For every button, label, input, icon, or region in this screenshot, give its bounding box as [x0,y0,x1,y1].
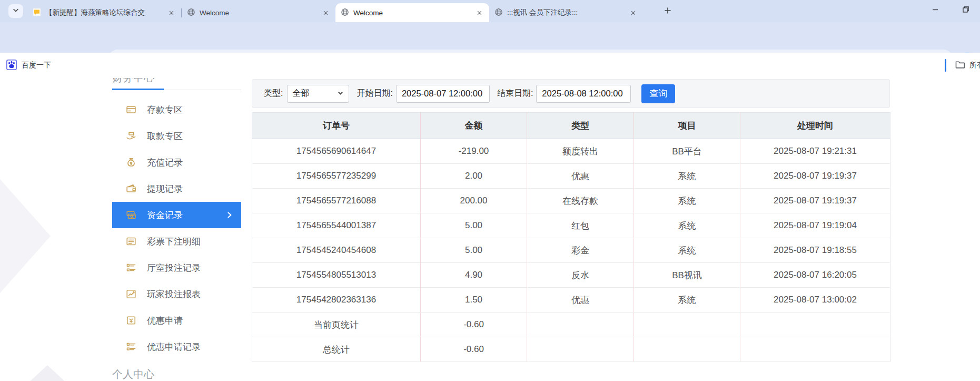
start-date-label: 开始日期: [357,88,392,99]
cell-project: 系统 [634,213,740,238]
funds-records-table: 订单号金额类型项目处理时间 1754565690614647-219.00额度转… [252,112,890,362]
sidebar-item-promo-apply[interactable]: 优惠申请 [112,307,241,334]
coupon-icon [126,315,136,326]
cell-process-time: 2025-08-07 19:21:31 [740,139,890,164]
column-header-amount: 金额 [421,113,527,139]
tab-title: 【新提醒】海燕策略论坛综合交 [45,8,162,17]
browser-tabs: 【新提醒】海燕策略论坛综合交WelcomeWelcome:::视讯 会员下注纪录… [27,3,643,22]
background-triangle-decoration [0,179,51,293]
query-button[interactable]: 查询 [641,84,675,103]
cell-amount: -0.60 [421,312,527,337]
table-header-row: 订单号金额类型项目处理时间 [252,113,890,139]
sidebar-item-label: 提现记录 [147,183,183,195]
cell-process-time: 2025-08-07 19:19:37 [740,189,890,213]
table-row: 1754565690614647-219.00额度转出BB平台2025-08-0… [252,139,890,164]
cell-order-no: 1754554805513013 [252,263,421,288]
sidebar-item-player-bet-report[interactable]: 玩家投注报表 [112,281,241,307]
cell-project: 系统 [634,164,740,189]
cell-order-no: 1754565544001387 [252,213,421,238]
sidebar-item-hall-bet-records[interactable]: 厅室投注记录 [112,255,241,281]
browser-tab-welcome-2[interactable]: Welcome [335,3,489,22]
sidebar-item-promo-apply-records[interactable]: 优惠申请记录 [112,334,241,360]
cell-process-time [740,312,890,337]
folder-icon[interactable] [955,59,965,72]
browser-tab-video-bets[interactable]: :::视讯 会员下注纪录::: [489,3,643,22]
bag-icon [126,157,136,168]
table-row: 17545452404546085.00彩金系统2025-08-07 19:18… [252,238,890,263]
type-label: 类型: [264,88,283,99]
tab-title: Welcome [200,9,316,17]
sidebar-section-personal-center: 个人中心 [112,367,241,381]
sidebar-item-label: 存款专区 [147,104,183,116]
restore-button[interactable] [956,3,975,18]
bookmarks-overflow: 所有 [945,59,980,72]
plus-icon [664,6,672,17]
cell-type: 优惠 [527,288,634,312]
bookmarks-bar: 百度一下 所有 [0,53,980,78]
cell-order-no: 1754542802363136 [252,288,421,312]
globe-favicon-icon [341,8,349,18]
tab-close-icon[interactable] [321,8,330,17]
column-header-order-no: 订单号 [252,113,421,139]
sidebar-item-lottery-bet-details[interactable]: 彩票下注明细 [112,228,241,255]
globe-favicon-icon [187,8,195,18]
summary-row-current-page: 当前页统计-0.60 [252,312,890,337]
tab-close-icon[interactable] [474,8,484,17]
browser-tab-welcome-1[interactable]: Welcome [182,3,335,22]
cell-project: 系统 [634,189,740,213]
sidebar-item-label: 彩票下注明细 [147,236,201,248]
browser-tab-forum[interactable]: 【新提醒】海燕策略论坛综合交 [27,3,181,22]
sidebar-item-label: 充值记录 [147,157,183,169]
cell-project [634,312,740,337]
sidebar: 财务中心 存款专区取款专区充值记录提现记录资金记录彩票下注明细厅室投注记录玩家投… [112,78,241,381]
restore-icon [962,5,970,16]
sidebar-item-withdraw-zone[interactable]: 取款专区 [112,123,241,149]
tab-search-button[interactable] [8,4,23,18]
column-header-project: 项目 [634,113,740,139]
chevron-down-icon [12,6,20,16]
sidebar-item-withdrawal-records[interactable]: 提现记录 [112,175,241,202]
page-content: 财务中心 存款专区取款专区充值记录提现记录资金记录彩票下注明细厅室投注记录玩家投… [0,78,980,381]
sidebar-item-deposit-zone[interactable]: 存款专区 [112,96,241,123]
cell-type [527,312,634,337]
cell-type: 额度转出 [527,139,634,164]
minimize-button[interactable] [926,3,945,18]
new-tab-button[interactable] [661,5,674,18]
cell-amount: -0.60 [421,337,527,362]
table-row: 1754565577216088200.00在线存款系统2025-08-07 1… [252,189,890,213]
summary-row-total: 总统计-0.60 [252,337,890,362]
listcard-icon [126,236,136,247]
filter-panel: 类型: 全部 开始日期: 结束日期: 查询 [252,79,890,108]
cell-amount: -219.00 [421,139,527,164]
cell-type: 在线存款 [527,189,634,213]
type-select[interactable]: 全部 [287,85,349,103]
tab-title: Welcome [353,9,470,17]
cell-amount: 200.00 [421,189,527,213]
main-content: 类型: 全部 开始日期: 结束日期: 查询 订单号金额类型项目处理时间 1754… [252,79,890,362]
cell-order-no: 1754545240454608 [252,238,421,263]
chart-icon [126,289,136,299]
background-triangle-decoration-bottom [0,365,116,381]
end-date-input[interactable] [536,85,631,103]
cell-order-no: 1754565577235299 [252,164,421,189]
cell-order-no: 总统计 [252,337,421,362]
cell-project: 系统 [634,238,740,263]
select-caret-icon [337,89,344,99]
listcheck-icon [126,262,136,273]
all-bookmarks-label[interactable]: 所有 [969,61,980,70]
wallet-icon [126,183,136,194]
baidu-paw-icon [6,60,17,72]
globe-favicon-icon [494,8,503,18]
cell-amount: 4.90 [421,263,527,288]
cell-amount: 5.00 [421,238,527,263]
tab-title: :::视讯 会员下注纪录::: [507,8,624,17]
cell-order-no: 1754565577216088 [252,189,421,213]
bookmark-baidu[interactable]: 百度一下 [6,59,51,72]
tab-close-icon[interactable] [166,8,176,17]
table-row: 17545655440013875.00红包系统2025-08-07 19:19… [252,213,890,238]
table-row: 17545548055130134.90反水BB视讯2025-08-07 16:… [252,263,890,288]
tab-close-icon[interactable] [628,8,638,17]
sidebar-item-recharge-records[interactable]: 充值记录 [112,149,241,175]
sidebar-item-funds-records[interactable]: 资金记录 [112,202,241,228]
start-date-input[interactable] [396,85,490,103]
